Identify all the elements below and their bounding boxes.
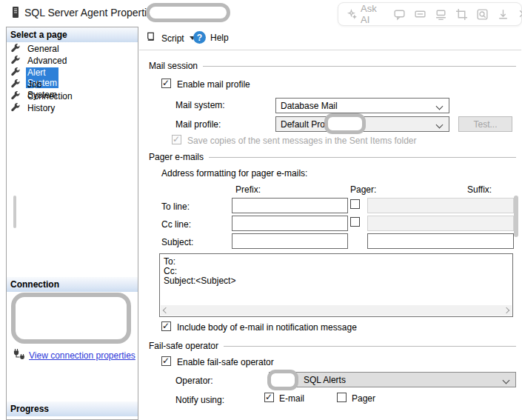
wrench-icon xyxy=(11,44,21,56)
script-icon xyxy=(145,31,156,45)
cc-line-pager-checkbox[interactable] xyxy=(350,217,360,227)
connection-header: Connection xyxy=(7,277,138,292)
prefix-column-header: Prefix: xyxy=(235,184,261,195)
sidebar-redaction-bar xyxy=(13,196,16,228)
mail-profile-label: Mail profile: xyxy=(175,119,221,130)
annotate-icon[interactable] xyxy=(435,8,447,21)
group-label: Fail-safe operator xyxy=(149,341,218,351)
subject-suffix-input[interactable] xyxy=(367,233,514,249)
preview-line-to: To: xyxy=(164,256,175,267)
test-button[interactable]: Test... xyxy=(458,116,512,132)
script-button[interactable]: Script xyxy=(145,31,195,45)
preview-line-cc: Cc: xyxy=(164,266,177,276)
sidebar-item-label: Connection xyxy=(26,91,74,101)
notify-email-label: E-mail xyxy=(279,393,304,404)
wrench-icon xyxy=(11,56,21,67)
notify-pager-label: Pager xyxy=(352,393,375,404)
ask-ai-label: Ask AI xyxy=(361,3,377,25)
chevron-down-icon xyxy=(503,377,510,384)
group-line xyxy=(209,157,516,158)
include-body-label: Include body of e-mail in notification m… xyxy=(177,322,357,333)
mail-system-combobox[interactable]: Database Mail xyxy=(275,98,449,113)
help-icon: ? xyxy=(193,31,206,44)
wrench-icon xyxy=(11,91,21,103)
include-body-checkbox[interactable] xyxy=(161,321,171,331)
to-line-label: To line: xyxy=(161,201,190,212)
vertical-scrollbar-thumb[interactable] xyxy=(514,196,518,237)
group-line xyxy=(224,346,516,347)
save-copies-label: Save copies of the sent messages in the … xyxy=(187,136,417,146)
enable-fail-safe-label: Enable fail-safe operator xyxy=(177,357,274,367)
crop-icon[interactable] xyxy=(455,8,468,21)
pager-column-header: Pager: xyxy=(350,184,376,195)
enable-mail-profile-label: Enable mail profile xyxy=(177,79,250,90)
notify-using-label: Notify using: xyxy=(175,395,224,405)
cc-line-suffix-input[interactable] xyxy=(367,216,514,231)
title-redaction xyxy=(146,3,230,22)
mail-system-value: Database Mail xyxy=(281,101,338,111)
view-connection-properties-link[interactable]: View connection properties xyxy=(29,350,135,361)
close-icon[interactable] xyxy=(518,8,522,21)
suffix-column-header: Suffix: xyxy=(467,184,492,195)
toolbar-separator xyxy=(139,50,521,50)
operator-combobox[interactable]: SQL Alerts xyxy=(269,372,516,387)
mail-system-label: Mail system: xyxy=(175,100,225,110)
operator-redaction xyxy=(267,370,298,390)
pager-address-preview[interactable]: To: Cc: Subject:<Subject> xyxy=(159,253,513,317)
scroll-left-icon[interactable] xyxy=(163,307,169,313)
fail-safe-group-header: Fail-safe operator xyxy=(149,341,516,351)
enable-mail-profile-checkbox[interactable] xyxy=(161,79,171,88)
sidebar-item-label: History xyxy=(26,103,56,113)
group-label: Pager e-mails xyxy=(149,152,204,162)
mail-profile-redaction xyxy=(324,113,366,134)
save-copies-checkbox[interactable] xyxy=(172,135,181,144)
redact-icon[interactable] xyxy=(414,8,426,21)
cc-line-prefix-input[interactable] xyxy=(232,216,348,231)
address-formatting-label: Address formatting for pager e-mails: xyxy=(161,168,307,179)
to-line-pager-checkbox[interactable] xyxy=(350,199,360,209)
select-a-page-header: Select a page xyxy=(7,27,138,42)
window-title: SQL Server Agent Properties - xyxy=(24,7,164,19)
wrench-icon xyxy=(11,103,21,115)
wrench-icon xyxy=(11,67,21,79)
group-label: Mail session xyxy=(149,61,198,71)
operator-label: Operator: xyxy=(175,376,213,386)
script-label: Script xyxy=(161,33,184,44)
help-button[interactable]: ? Help xyxy=(193,31,229,44)
scroll-right-icon[interactable] xyxy=(503,307,509,313)
mail-session-group-header: Mail session xyxy=(149,61,516,71)
connection-plug-icon xyxy=(13,348,25,363)
group-line xyxy=(203,66,516,67)
notify-email-checkbox[interactable] xyxy=(264,393,274,402)
subject-prefix-input[interactable] xyxy=(232,233,348,249)
subject-label: Subject: xyxy=(161,237,193,247)
sparkle-icon xyxy=(346,9,357,20)
cc-line-label: Cc line: xyxy=(161,219,191,230)
enable-fail-safe-checkbox[interactable] xyxy=(161,356,171,366)
pager-emails-group-header: Pager e-mails xyxy=(149,152,516,162)
operator-value: SQL Alerts xyxy=(304,375,346,385)
server-icon xyxy=(10,6,21,21)
horizontal-scrollbar[interactable] xyxy=(161,305,512,316)
wrench-icon xyxy=(11,79,21,91)
chevron-down-icon xyxy=(436,103,444,110)
chevron-down-icon xyxy=(436,121,444,129)
notify-pager-checkbox[interactable] xyxy=(337,393,347,402)
preview-line-subject: Subject:<Subject> xyxy=(164,276,235,286)
help-label: Help xyxy=(210,33,229,43)
to-line-suffix-input[interactable] xyxy=(367,198,514,213)
to-line-prefix-input[interactable] xyxy=(232,198,348,213)
annotation-toolbar: Ask AI xyxy=(338,2,522,26)
comment-icon[interactable] xyxy=(393,8,406,21)
connection-redaction xyxy=(11,293,131,344)
download-icon[interactable] xyxy=(497,8,509,21)
sql-server-agent-properties-window: SQL Server Agent Properties - Ask AI xyxy=(0,0,522,420)
sidebar-item-label: General xyxy=(26,44,61,54)
sidebar-item-label: Advanced xyxy=(26,56,68,66)
sidebar: Select a page General Advanced Alert Sys… xyxy=(6,27,138,420)
ask-ai-button[interactable]: Ask AI xyxy=(346,3,377,25)
zoom-icon[interactable] xyxy=(476,8,489,21)
progress-header: Progress xyxy=(7,401,138,416)
